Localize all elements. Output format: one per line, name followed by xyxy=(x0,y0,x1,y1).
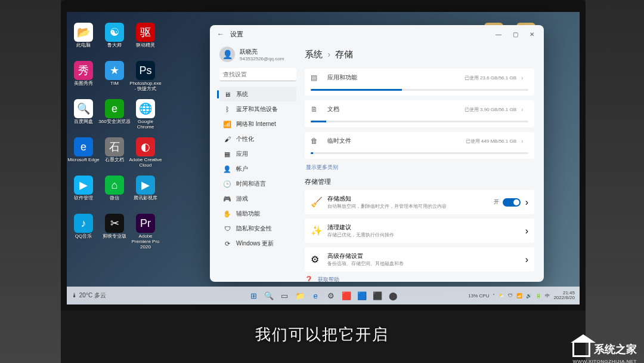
help-icon: ❓ xyxy=(305,276,313,282)
storage-card-0[interactable]: ▤ 应用和功能 已使用 23.6 GB/56.1 GB › xyxy=(305,69,534,96)
storage-card-2[interactable]: 🗑 临时文件 已使用 449 MB/56.1 GB › xyxy=(305,132,534,159)
desktop-icon[interactable]: ⌂ xyxy=(105,176,124,195)
explorer-icon[interactable]: 📁 xyxy=(294,290,306,302)
tray-icon[interactable]: ⛅ xyxy=(499,293,504,299)
close-button[interactable]: ✕ xyxy=(524,27,540,41)
sidebar: 👤 跃晓亮 543532526@qq.com 🖥系统ᛒ蓝牙和其他设备📶网络和 I… xyxy=(210,43,302,282)
user-block[interactable]: 👤 跃晓亮 543532526@qq.com xyxy=(219,47,296,62)
search-icon[interactable]: 🔍 xyxy=(263,290,275,302)
desktop-icon[interactable]: ☯ xyxy=(105,23,124,42)
wifi-icon[interactable]: 📶 xyxy=(516,293,522,299)
desktop-icon[interactable]: ▶ xyxy=(74,176,93,195)
desktop-icon[interactable]: ◐ xyxy=(136,137,155,156)
nav-label: 时间和语言 xyxy=(236,180,266,188)
settings-icon[interactable]: ⚙ xyxy=(325,290,337,302)
help-link-0[interactable]: ❓获取帮助 xyxy=(305,276,534,282)
sidebar-item-7[interactable]: 🎮游戏 xyxy=(219,192,296,206)
app-icon[interactable]: 🟥 xyxy=(340,290,352,302)
show-more-link[interactable]: 显示更多类别 xyxy=(306,164,534,171)
desktop-label: 此电脑 xyxy=(67,43,100,48)
sidebar-item-6[interactable]: 🕒时间和语言 xyxy=(219,177,296,191)
desktop-icon[interactable]: ★ xyxy=(105,61,124,80)
edge-icon[interactable]: e xyxy=(309,290,321,302)
nav-label: 辅助功能 xyxy=(236,210,260,218)
desktop-icon[interactable]: Pr xyxy=(136,214,155,233)
chevron-right-icon: › xyxy=(525,197,528,208)
search-input[interactable] xyxy=(219,68,296,81)
nav-label: 系统 xyxy=(236,90,248,99)
taskbar-weather[interactable]: 🌡 20°C 多云 xyxy=(72,291,106,300)
desktop-icon[interactable]: Ps xyxy=(136,61,155,80)
taskbar-date[interactable]: 2022/8/20 xyxy=(553,295,575,300)
sidebar-item-10[interactable]: ⟳Windows 更新 xyxy=(219,236,296,251)
breadcrumb-root[interactable]: 系统 xyxy=(305,49,323,59)
task-view-icon[interactable]: ▭ xyxy=(278,290,290,302)
desktop-icon[interactable]: 📂 xyxy=(74,23,93,42)
sidebar-item-5[interactable]: 👤帐户 xyxy=(219,162,296,176)
sidebar-item-0[interactable]: 🖥系统 xyxy=(219,87,296,101)
ime-icon[interactable]: 中 xyxy=(545,293,550,299)
steam-icon[interactable]: ⬤ xyxy=(387,290,399,302)
nav-icon: 🖥 xyxy=(223,90,231,99)
desktop-icon[interactable]: ▶ xyxy=(136,176,155,195)
card-info: 已使用 449 MB/56.1 GB xyxy=(466,138,516,144)
desktop-icon[interactable]: ♪ xyxy=(74,214,93,233)
manage-row-1[interactable]: ✨ 清理建议存储已优化，无需执行任何操作 › xyxy=(305,219,534,243)
nav-label: 个性化 xyxy=(236,135,254,143)
volume-icon[interactable]: 🔊 xyxy=(526,293,532,299)
toggle-switch[interactable] xyxy=(503,198,521,207)
back-button[interactable]: ← xyxy=(213,30,228,38)
main-panel: 系统 › 存储 ▤ 应用和功能 已使用 23.6 GB/56.1 GB › 🗎 … xyxy=(302,43,544,282)
sidebar-item-9[interactable]: 🛡隐私和安全性 xyxy=(219,222,296,236)
desktop-icon[interactable]: 🔍 xyxy=(74,99,93,118)
sidebar-item-8[interactable]: ✋辅助功能 xyxy=(219,207,296,221)
maximize-button[interactable]: ▢ xyxy=(507,27,524,41)
desktop-icon[interactable]: 秀 xyxy=(74,61,93,80)
minimize-button[interactable]: — xyxy=(490,27,507,41)
nav-icon: 🕒 xyxy=(223,180,231,188)
storage-card-1[interactable]: 🗎 文档 已使用 3.90 GB/56.1 GB › xyxy=(305,100,534,127)
breadcrumb-leaf: 存储 xyxy=(335,49,353,59)
desktop-icon[interactable]: 驱 xyxy=(136,23,155,42)
desktop-label: 剪映专业版 xyxy=(98,234,131,239)
desktop-label: 微信 xyxy=(98,196,131,201)
manage-row-2[interactable]: ⚙ 高级存储设置备份选项、存储空间、其他磁盘和卷 › xyxy=(305,247,534,272)
card-icon: 🗑 xyxy=(311,137,323,145)
desktop-label: 腾讯影视库 xyxy=(129,196,162,201)
app-icon[interactable]: ⬛ xyxy=(371,290,383,302)
nav-label: 隐私和安全性 xyxy=(236,224,272,233)
desktop-label: 软件管理 xyxy=(67,196,100,201)
manage-row-0[interactable]: 🧹 存储感知自动释放空间，删除临时文件，并管理本地可用的云内容 开› xyxy=(305,190,534,214)
desktop-icon[interactable]: ✂ xyxy=(105,214,124,233)
desktop-label: 美图秀秀 xyxy=(67,81,100,87)
nav-icon: 🎮 xyxy=(223,195,231,203)
desktop-label: 驱动精灵 xyxy=(129,43,162,48)
desktop-icon[interactable]: 🌐 xyxy=(136,99,155,118)
desktop-icon[interactable]: e xyxy=(74,137,93,156)
sidebar-item-1[interactable]: ᛒ蓝牙和其他设备 xyxy=(219,102,296,116)
row-icon: 🧹 xyxy=(311,196,323,208)
tray-icon[interactable]: 🛡 xyxy=(508,293,513,299)
row-title: 存储感知 xyxy=(327,195,489,203)
desktop-label: 360安全浏览器 xyxy=(98,119,131,125)
sidebar-item-4[interactable]: ▦应用 xyxy=(219,147,296,161)
desktop-icon[interactable]: 石 xyxy=(105,137,124,156)
app-icon[interactable]: 🟦 xyxy=(356,290,368,302)
sidebar-item-2[interactable]: 📶网络和 Internet xyxy=(219,117,296,131)
window-title: 设置 xyxy=(228,30,246,39)
card-icon: ▤ xyxy=(311,73,323,82)
battery-icon[interactable]: 🔋 xyxy=(535,293,541,299)
sidebar-item-3[interactable]: 🖌个性化 xyxy=(219,132,296,146)
nav-icon: ▦ xyxy=(223,150,231,158)
nav-icon: ✋ xyxy=(223,210,231,218)
desktop-icon[interactable]: e xyxy=(105,99,124,118)
start-button[interactable]: ⊞ xyxy=(247,290,259,302)
section-header-storage-manage: 存储管理 xyxy=(305,177,534,186)
chevron-up-icon[interactable]: ˄ xyxy=(493,293,495,299)
nav-label: 游戏 xyxy=(236,195,248,203)
desktop-label: 石墨文档 xyxy=(98,158,131,163)
cpu-meter[interactable]: 13% CPU xyxy=(468,293,489,299)
desktop: 📂此电脑秀美图秀秀🔍百度网盘eMicrosoft Edge▶软件管理♪QQ音乐☯… xyxy=(61,0,586,310)
row-icon: ✨ xyxy=(311,225,323,236)
nav-label: 网络和 Internet xyxy=(236,120,276,128)
